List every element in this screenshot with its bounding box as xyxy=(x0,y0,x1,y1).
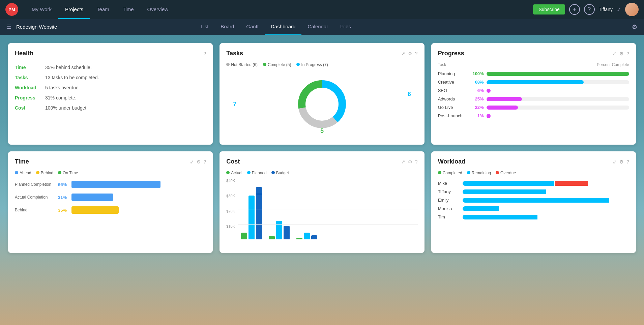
user-name[interactable]: Tiffany xyxy=(599,7,613,12)
tasks-settings-icon[interactable]: ⚙ xyxy=(408,51,412,56)
tab-gantt[interactable]: Gantt xyxy=(240,19,265,35)
health-title: Health xyxy=(15,50,33,57)
cost-card-icons: ⤢ ⚙ ? xyxy=(401,159,418,165)
progress-row-golive: Go Live 22% xyxy=(438,105,629,110)
workload-help-icon[interactable]: ? xyxy=(626,159,629,165)
health-label-cost: Cost xyxy=(15,103,45,113)
tab-dashboard[interactable]: Dashboard xyxy=(265,19,301,35)
cost-bar-actual-3 xyxy=(296,238,302,239)
time-settings-icon[interactable]: ⚙ xyxy=(197,159,201,165)
tasks-title: Tasks xyxy=(226,50,243,57)
progress-row-postlaunch: Post-Launch 1% xyxy=(438,113,629,118)
workload-remaining-tiffany xyxy=(463,189,546,194)
tasks-legend: Not Started (6) Complete (5) In Progress… xyxy=(226,62,417,67)
legend-dot-not-started xyxy=(226,63,230,66)
tab-board[interactable]: Board xyxy=(214,19,240,35)
progress-dot-postlaunch xyxy=(487,114,491,118)
progress-pct-creative: 68% xyxy=(471,80,484,85)
time-label-behind: Behind xyxy=(15,208,55,212)
tab-files[interactable]: Files xyxy=(334,19,357,35)
health-label-progress: Progress xyxy=(15,93,45,103)
workload-expand-icon[interactable]: ⤢ xyxy=(613,159,617,165)
add-icon[interactable]: + xyxy=(569,4,580,15)
time-track-planned xyxy=(71,181,206,188)
workload-row-tim: Tim xyxy=(438,214,629,219)
legend-dot-in-progress xyxy=(296,63,300,66)
health-card-icons: ? xyxy=(204,51,206,56)
workload-legend-completed: Completed xyxy=(438,171,462,175)
cost-y-30k: $30K xyxy=(226,194,235,198)
legend-not-started: Not Started (6) xyxy=(226,62,258,67)
nav-items: My Work Projects Team Time Overview xyxy=(25,0,175,19)
nav-time[interactable]: Time xyxy=(116,0,141,19)
pm-logo[interactable]: PM xyxy=(5,3,18,16)
progress-bar-planning xyxy=(487,72,629,76)
settings-icon[interactable]: ⚙ xyxy=(632,23,637,31)
time-expand-icon[interactable]: ⤢ xyxy=(190,159,194,165)
health-label-tasks: Tasks xyxy=(15,72,45,83)
cost-y-20k: $20K xyxy=(226,209,235,213)
progress-bar-adwords xyxy=(487,97,629,101)
workload-remaining-emily xyxy=(463,198,609,203)
workload-row-tiffany: Tiffany xyxy=(438,189,629,194)
time-help-icon[interactable]: ? xyxy=(204,159,206,165)
nav-right: Subscribe + ? Tiffany ✓ xyxy=(533,3,639,16)
user-chevron[interactable]: ✓ xyxy=(617,6,621,13)
cost-expand-icon[interactable]: ⤢ xyxy=(401,159,405,165)
progress-table-header: Task Percent Complete xyxy=(438,62,629,67)
workload-legend-overdue: Overdue xyxy=(496,171,516,175)
progress-label-postlaunch: Post-Launch xyxy=(438,113,468,118)
health-row-workload: Workload 5 tasks overdue. xyxy=(15,83,206,93)
progress-row-seo: SEO 6% xyxy=(438,88,629,93)
workload-card-icons: ⤢ ⚙ ? xyxy=(613,159,629,165)
health-value-tasks: 13 tasks to be completed. xyxy=(45,72,206,83)
sub-navigation: ☰ Redesign Website List Board Gantt Dash… xyxy=(0,19,644,35)
help-icon[interactable]: ? xyxy=(584,4,595,15)
nav-overview[interactable]: Overview xyxy=(141,0,175,19)
health-table: Time 35% behind schedule. Tasks 13 tasks… xyxy=(15,62,206,113)
legend-dot-completed xyxy=(438,171,441,174)
legend-dot-ahead xyxy=(15,171,18,174)
user-avatar[interactable] xyxy=(625,3,639,16)
workload-track-tiffany xyxy=(463,189,629,194)
nav-team[interactable]: Team xyxy=(90,0,116,19)
hamburger-icon[interactable]: ☰ xyxy=(7,24,11,30)
workload-remaining-mike xyxy=(463,181,554,186)
progress-help-icon[interactable]: ? xyxy=(626,51,629,56)
progress-settings-icon[interactable]: ⚙ xyxy=(619,51,624,56)
cost-card: Cost ⤢ ⚙ ? Actual Planned Budget xyxy=(219,151,424,253)
progress-label-creative: Creative xyxy=(438,80,468,85)
tab-calendar[interactable]: Calendar xyxy=(301,19,334,35)
time-title: Time xyxy=(15,158,29,165)
cost-legend: Actual Planned Budget xyxy=(226,171,417,175)
workload-track-tim xyxy=(463,215,629,219)
nav-projects[interactable]: Projects xyxy=(58,0,90,19)
time-label-actual: Actual Completion xyxy=(15,195,55,200)
tab-list[interactable]: List xyxy=(195,19,214,35)
cost-help-icon[interactable]: ? xyxy=(415,159,418,165)
workload-name-mike: Mike xyxy=(438,181,460,186)
progress-pct-golive: 22% xyxy=(471,105,484,110)
health-value-progress: 31% complete. xyxy=(45,93,206,103)
nav-my-work[interactable]: My Work xyxy=(25,0,58,19)
time-bar-planned xyxy=(71,181,160,188)
progress-bar-golive xyxy=(487,106,629,110)
cost-y-40k: $40K xyxy=(226,179,235,183)
cost-y-10k: $10K xyxy=(226,224,235,228)
workload-track-mike xyxy=(463,181,629,186)
workload-legend: Completed Remaining Overdue xyxy=(438,171,629,175)
progress-row-planning: Planning 100% xyxy=(438,71,629,76)
cost-title: Cost xyxy=(226,158,240,165)
cost-settings-icon[interactable]: ⚙ xyxy=(408,159,412,165)
workload-settings-icon[interactable]: ⚙ xyxy=(619,159,624,165)
subscribe-button[interactable]: Subscribe xyxy=(533,4,565,14)
progress-col-task: Task xyxy=(438,62,446,67)
tasks-help-icon[interactable]: ? xyxy=(415,51,418,56)
cost-bar-group-3 xyxy=(296,233,317,239)
progress-expand-icon[interactable]: ⤢ xyxy=(613,51,617,56)
tasks-expand-icon[interactable]: ⤢ xyxy=(401,51,405,56)
workload-row-monica: Monica xyxy=(438,206,629,211)
time-legend-ontime: On Time xyxy=(58,171,78,175)
legend-in-progress: In Progress (7) xyxy=(296,62,328,67)
health-help-icon[interactable]: ? xyxy=(204,51,206,56)
